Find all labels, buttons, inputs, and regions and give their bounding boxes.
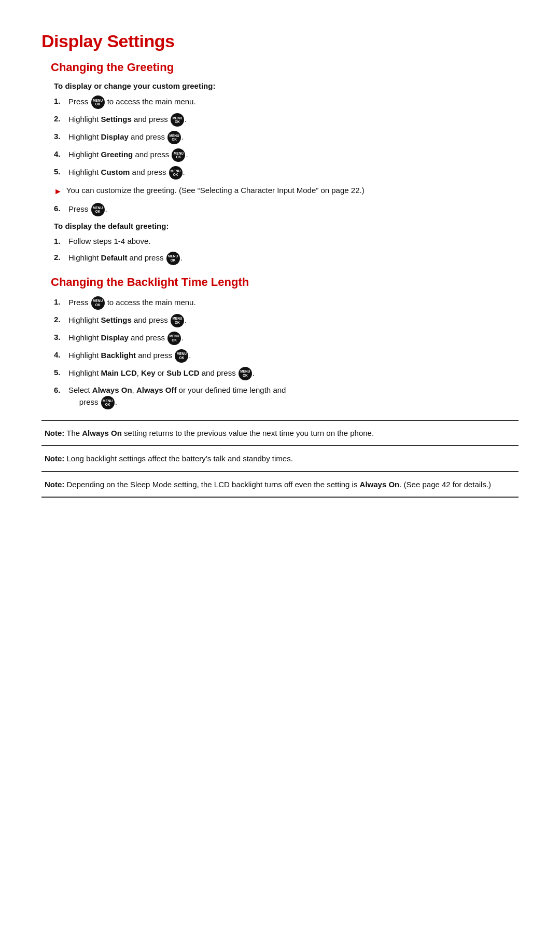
note-block-3: Note: Depending on the Sleep Mode settin… <box>41 472 519 498</box>
list-item: 6. Press MENUOK. <box>54 203 519 216</box>
page-title: Display Settings <box>41 31 519 51</box>
list-item: 5. Highlight Custom and press MENUOK. <box>54 166 519 180</box>
note-block-2: Note: Long backlight settings affect the… <box>41 446 519 472</box>
subsection-label-default: To display the default greeting: <box>41 222 519 230</box>
menu-ok-icon: MENUOK <box>169 166 183 180</box>
note-block-1: Note: The Always On setting returns to t… <box>41 420 519 446</box>
bullet-item: ► You can customize the greeting. (See “… <box>41 185 519 198</box>
menu-ok-icon: MENUOK <box>172 148 185 162</box>
list-item: 3. Highlight Display and press MENUOK. <box>54 332 519 345</box>
list-item: 3. Highlight Display and press MENUOK. <box>54 131 519 144</box>
menu-ok-icon: MENUOK <box>91 296 105 310</box>
list-item: 4. Highlight Backlight and press MENUOK. <box>54 349 519 363</box>
menu-ok-icon: MENUOK <box>101 396 115 409</box>
bullet-arrow-icon: ► <box>54 185 62 198</box>
list-item: 1. Follow steps 1-4 above. <box>54 236 519 248</box>
list-item: 6. Select Always On, Always Off or your … <box>54 384 519 410</box>
menu-ok-icon: MENUOK <box>167 332 181 345</box>
section-backlight-title: Changing the Backlight Time Length <box>41 276 519 289</box>
list-item: 2. Highlight Settings and press MENUOK. <box>54 314 519 327</box>
list-item: 1. Press MENUOK to access the main menu. <box>54 296 519 310</box>
menu-ok-icon: MENUOK <box>166 252 180 265</box>
menu-ok-icon: MENUOK <box>171 314 184 327</box>
section-greeting-title: Changing the Greeting <box>41 61 519 74</box>
list-item: 2. Highlight Default and press MENUOK. <box>54 252 519 265</box>
menu-ok-icon: MENUOK <box>91 203 105 216</box>
list-item: 2. Highlight Settings and press MENUOK. <box>54 113 519 127</box>
menu-ok-icon: MENUOK <box>171 113 184 127</box>
menu-ok-icon: MENUOK <box>167 131 181 144</box>
list-item: 4. Highlight Greeting and press MENUOK. <box>54 148 519 162</box>
list-item: 1. Press MENUOK to access the main menu. <box>54 95 519 109</box>
subsection-label-custom: To display or change your custom greetin… <box>41 81 519 90</box>
list-item: 5. Highlight Main LCD, Key or Sub LCD an… <box>54 367 519 380</box>
menu-ok-icon: MENUOK <box>239 367 252 380</box>
menu-ok-icon: MENUOK <box>91 95 105 109</box>
menu-ok-icon: MENUOK <box>175 349 188 363</box>
